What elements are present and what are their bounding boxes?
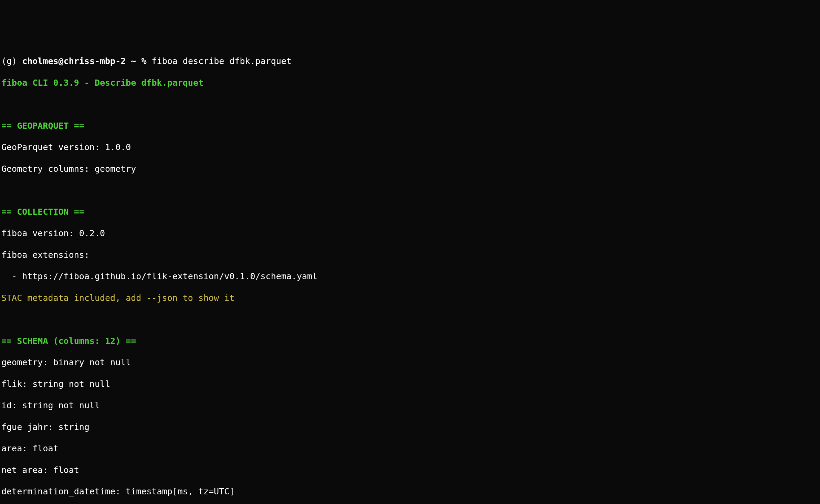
schema-col-determination-datetime: determination_datetime: timestamp[ms, tz… bbox=[1, 486, 819, 497]
terminal-output: (g) cholmes@chriss-mbp-2 ~ % fiboa descr… bbox=[1, 45, 819, 504]
schema-col-id: id: string not null bbox=[1, 400, 819, 411]
prompt-user-host: cholmes@chriss-mbp-2 bbox=[22, 56, 126, 66]
schema-col-fgue-jahr: fgue_jahr: string bbox=[1, 422, 819, 432]
geoparquet-version: GeoParquet version: 1.0.0 bbox=[1, 142, 819, 153]
collection-header: == COLLECTION == bbox=[1, 207, 819, 217]
prompt-symbol: % bbox=[141, 56, 146, 66]
schema-col-area: area: float bbox=[1, 443, 819, 454]
schema-col-net-area: net_area: float bbox=[1, 465, 819, 475]
prompt-line: (g) cholmes@chriss-mbp-2 ~ % fiboa descr… bbox=[1, 56, 819, 66]
prompt-env: (g) bbox=[1, 56, 17, 66]
schema-col-flik: flik: string not null bbox=[1, 379, 819, 389]
blank-line bbox=[1, 99, 819, 109]
stac-metadata-note: STAC metadata included, add --json to sh… bbox=[1, 293, 819, 303]
fiboa-extensions-label: fiboa extensions: bbox=[1, 250, 819, 260]
blank-line bbox=[1, 185, 819, 196]
prompt-path: ~ bbox=[131, 56, 136, 66]
fiboa-version: fiboa version: 0.2.0 bbox=[1, 228, 819, 239]
geoparquet-header: == GEOPARQUET == bbox=[1, 120, 819, 131]
command-text: fiboa describe dfbk.parquet bbox=[152, 56, 292, 66]
geometry-columns: Geometry columns: geometry bbox=[1, 164, 819, 174]
extension-url: - https://fiboa.github.io/flik-extension… bbox=[1, 271, 819, 282]
schema-col-geometry: geometry: binary not null bbox=[1, 357, 819, 368]
schema-header: == SCHEMA (columns: 12) == bbox=[1, 336, 819, 346]
cli-title: fiboa CLI 0.3.9 - Describe dfbk.parquet bbox=[1, 77, 819, 88]
blank-line bbox=[1, 314, 819, 325]
